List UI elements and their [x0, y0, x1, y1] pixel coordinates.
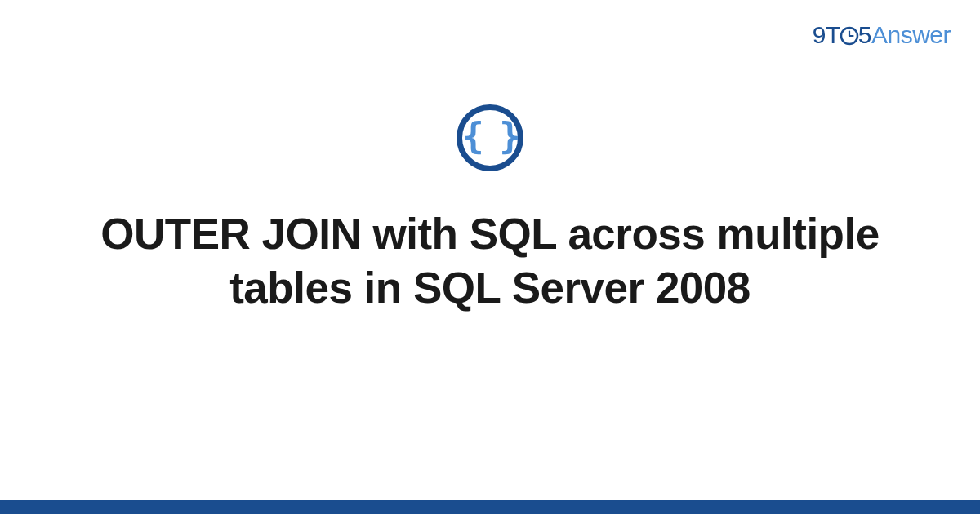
page-title: OUTER JOIN with SQL across multiple tabl…	[74, 207, 906, 314]
code-braces-icon: { }	[462, 118, 517, 154]
main-content: { } OUTER JOIN with SQL across multiple …	[0, 104, 980, 314]
logo-answer: Answer	[871, 21, 951, 48]
category-badge: { }	[457, 104, 523, 171]
logo-t: T	[826, 21, 840, 48]
footer-bar	[0, 500, 980, 514]
clock-icon	[840, 24, 859, 51]
site-logo: 9T5Answer	[813, 21, 951, 51]
logo-five: 5	[858, 21, 871, 48]
logo-nine: 9	[813, 21, 826, 48]
